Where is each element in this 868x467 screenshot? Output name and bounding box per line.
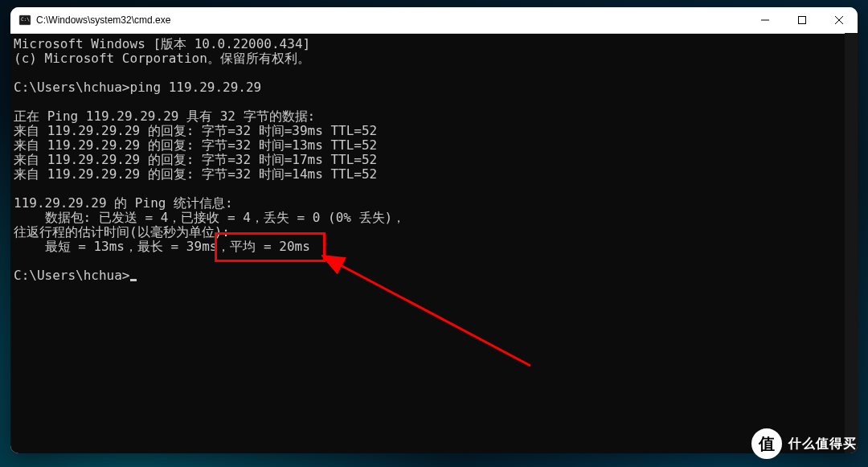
minimize-button[interactable] (747, 7, 784, 33)
window-controls (747, 7, 858, 33)
cmd-window: C:\ C:\Windows\system32\cmd.exe Microsof… (10, 7, 858, 453)
terminal-output[interactable]: Microsoft Windows [版本 10.0.22000.434] (c… (10, 34, 858, 453)
svg-rect-3 (799, 17, 806, 24)
maximize-button[interactable] (784, 7, 821, 33)
cmd-icon: C:\ (18, 14, 31, 27)
watermark: 值 什么值得买 (751, 428, 857, 459)
watermark-badge-icon: 值 (751, 428, 782, 459)
watermark-text: 什么值得买 (788, 436, 857, 453)
window-title: C:\Windows\system32\cmd.exe (36, 14, 170, 26)
scrollbar[interactable] (845, 33, 858, 453)
svg-text:C:\: C:\ (21, 16, 30, 22)
terminal-cursor (130, 279, 137, 281)
close-button[interactable] (821, 7, 858, 33)
titlebar[interactable]: C:\ C:\Windows\system32\cmd.exe (10, 7, 858, 34)
